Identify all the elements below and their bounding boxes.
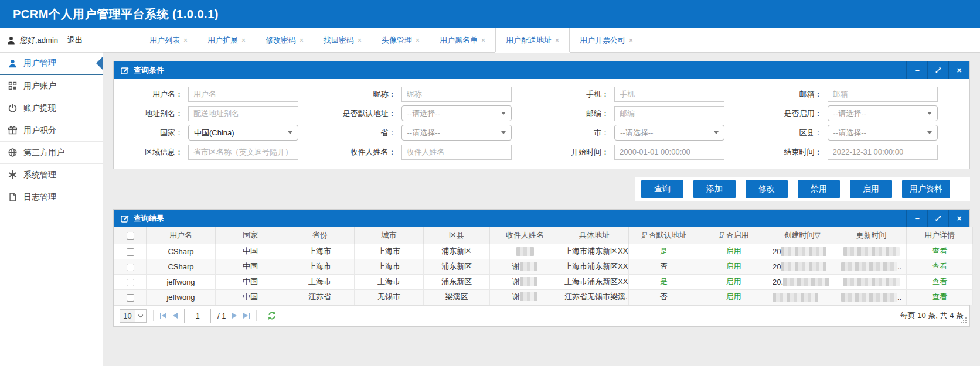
cell-recipient bbox=[490, 244, 560, 259]
is-enabled-select[interactable]: --请选择-- bbox=[828, 105, 938, 121]
cell-recipient: 谢 bbox=[490, 259, 560, 274]
tab-user-list[interactable]: 用户列表× bbox=[139, 28, 198, 52]
table-row: jeffwong 中国 江苏省 无锡市 梁溪区 谢 江苏省无锡市梁溪... 否 … bbox=[114, 289, 973, 305]
district-select[interactable]: --请选择-- bbox=[828, 125, 938, 141]
sidebar-item-system[interactable]: 系统管理 bbox=[0, 164, 103, 186]
first-page-button[interactable] bbox=[160, 313, 166, 319]
cell-detail: 查看 bbox=[907, 274, 973, 289]
page-number-input[interactable]: 1 bbox=[184, 309, 211, 323]
enable-button[interactable]: 启用 bbox=[850, 180, 892, 198]
tab-user-extend[interactable]: 用户扩展× bbox=[198, 28, 256, 52]
cell-updated: .. bbox=[836, 259, 907, 274]
user-profile-button[interactable]: 用户资料 bbox=[902, 180, 950, 198]
col-created[interactable]: 创建时间▽ bbox=[768, 227, 836, 244]
tab-close-icon[interactable]: × bbox=[555, 36, 559, 45]
prev-page-button[interactable] bbox=[173, 313, 178, 319]
tab-close-icon[interactable]: × bbox=[416, 36, 420, 45]
tab-close-icon[interactable]: × bbox=[241, 36, 246, 45]
row-checkbox[interactable] bbox=[127, 248, 134, 256]
chevron-down-icon bbox=[927, 112, 932, 115]
sidebar-item-withdraw[interactable]: 账户提现 bbox=[0, 97, 103, 119]
tab-close-icon[interactable]: × bbox=[629, 36, 633, 45]
resize-grip-icon[interactable] bbox=[961, 322, 962, 323]
row-checkbox[interactable] bbox=[127, 279, 134, 286]
close-icon[interactable]: × bbox=[948, 210, 969, 227]
cell-username: jeffwong bbox=[147, 289, 216, 305]
cell-is-default: 是 bbox=[629, 244, 699, 259]
tab-change-password[interactable]: 修改密码× bbox=[256, 28, 314, 52]
expand-icon[interactable] bbox=[927, 210, 948, 227]
field-label: 国家： bbox=[114, 128, 183, 138]
chevron-down-icon bbox=[501, 112, 506, 115]
sidebar-item-user-manage[interactable]: 用户管理 bbox=[0, 53, 103, 75]
sidebar-item-points[interactable]: 用户积分 bbox=[0, 119, 103, 142]
sidebar-item-label: 日志管理 bbox=[23, 192, 56, 203]
minimize-icon[interactable]: − bbox=[906, 210, 927, 227]
disable-button[interactable]: 禁用 bbox=[798, 180, 840, 198]
sidebar-item-label: 用户管理 bbox=[23, 58, 56, 69]
next-page-button[interactable] bbox=[232, 313, 237, 319]
end-time-field[interactable] bbox=[828, 145, 938, 160]
edit-button[interactable]: 修改 bbox=[746, 180, 788, 198]
view-link[interactable]: 查看 bbox=[932, 262, 947, 271]
is-default-select[interactable]: --请选择-- bbox=[401, 105, 512, 121]
tab-close-icon[interactable]: × bbox=[300, 36, 304, 45]
add-button[interactable]: 添加 bbox=[693, 180, 736, 198]
query-panel-titlebar: 查询条件 − × bbox=[114, 61, 969, 79]
search-button[interactable]: 查询 bbox=[641, 180, 683, 198]
row-checkbox[interactable] bbox=[127, 264, 134, 271]
nickname-field[interactable] bbox=[401, 87, 512, 102]
cell-country: 中国 bbox=[216, 289, 285, 305]
recipient-name-field[interactable] bbox=[401, 145, 512, 160]
start-time-field[interactable] bbox=[614, 145, 724, 160]
col-city: 城市 bbox=[355, 227, 424, 244]
tab-user-blacklist[interactable]: 用户黑名单× bbox=[430, 28, 495, 52]
zipcode-field[interactable] bbox=[614, 106, 724, 121]
refresh-icon[interactable] bbox=[267, 310, 277, 321]
page-size-select[interactable]: 10 bbox=[120, 309, 147, 323]
province-select[interactable]: --请选择-- bbox=[401, 125, 512, 141]
expand-icon[interactable] bbox=[927, 61, 948, 79]
field-label: 结束时间： bbox=[753, 147, 822, 158]
minimize-icon[interactable]: − bbox=[906, 61, 927, 79]
view-link[interactable]: 查看 bbox=[932, 247, 947, 255]
tab-avatar-manage[interactable]: 头像管理× bbox=[372, 28, 430, 52]
tab-invoice-company[interactable]: 用户开票公司× bbox=[570, 28, 643, 52]
sidebar-item-label: 账户提现 bbox=[23, 103, 56, 114]
tab-close-icon[interactable]: × bbox=[358, 36, 362, 45]
select-all-checkbox[interactable] bbox=[127, 232, 134, 240]
field-label: 开始时间： bbox=[540, 147, 609, 158]
sidebar-item-logs[interactable]: 日志管理 bbox=[0, 186, 103, 208]
country-select[interactable]: 中国(China) bbox=[188, 125, 298, 141]
grid-icon bbox=[8, 81, 18, 91]
cell-city: 上海市 bbox=[355, 259, 424, 274]
region-info-field[interactable] bbox=[188, 145, 298, 160]
sidebar-item-third-party[interactable]: 第三方用户 bbox=[0, 142, 103, 164]
chevron-down-icon bbox=[927, 131, 932, 134]
main-area: 用户列表× 用户扩展× 修改密码× 找回密码× 头像管理× 用户黑名单× 用户配… bbox=[103, 28, 980, 366]
email-field[interactable] bbox=[828, 87, 938, 102]
sort-desc-icon[interactable]: ▽ bbox=[815, 231, 821, 240]
close-icon[interactable]: × bbox=[948, 61, 969, 79]
query-panel: 查询条件 − × 用户名： 昵称： 手机： 邮箱： 地址别名： 是否默认 bbox=[113, 61, 970, 169]
sidebar-item-user-account[interactable]: 用户账户 bbox=[0, 75, 103, 97]
username-field[interactable] bbox=[188, 87, 298, 102]
view-link[interactable]: 查看 bbox=[932, 277, 947, 286]
cell-updated: .. bbox=[836, 289, 907, 305]
phone-field[interactable] bbox=[614, 87, 724, 102]
view-link[interactable]: 查看 bbox=[932, 292, 947, 301]
address-alias-field[interactable] bbox=[188, 106, 298, 121]
cell-country: 中国 bbox=[216, 259, 285, 274]
redacted-blur bbox=[773, 293, 818, 302]
row-checkbox[interactable] bbox=[127, 294, 134, 302]
tab-close-icon[interactable]: × bbox=[183, 36, 188, 45]
tab-close-icon[interactable]: × bbox=[481, 36, 485, 45]
last-page-button[interactable] bbox=[243, 313, 250, 319]
logout-link[interactable]: 退出 bbox=[67, 35, 83, 46]
cell-country: 中国 bbox=[216, 244, 285, 259]
document-icon bbox=[8, 192, 18, 202]
tab-recover-password[interactable]: 找回密码× bbox=[314, 28, 372, 52]
city-select[interactable]: --请选择-- bbox=[614, 125, 724, 141]
cell-is-default: 是 bbox=[629, 274, 699, 289]
tab-delivery-address[interactable]: 用户配送地址× bbox=[495, 28, 570, 52]
